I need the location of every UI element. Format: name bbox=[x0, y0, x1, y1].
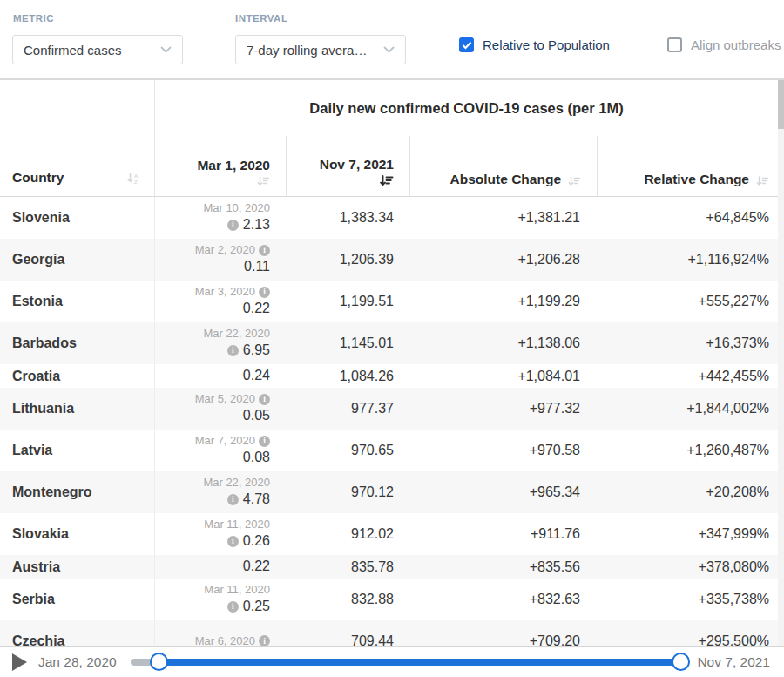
start-value-line: 0.11 bbox=[244, 258, 270, 276]
info-icon[interactable]: i bbox=[259, 394, 270, 405]
interval-dropdown-value: 7-day rolling avera… bbox=[247, 43, 367, 58]
absolute-change-value: +835.56 bbox=[530, 559, 580, 575]
start-value: 4.78 bbox=[243, 491, 270, 509]
absolute-change-header-label: Absolute Change bbox=[450, 172, 561, 187]
start-date-cell: Mar 22, 2020 i 4.78 bbox=[155, 471, 286, 513]
slider-track-selected[interactable] bbox=[157, 659, 682, 666]
interval-dropdown[interactable]: 7-day rolling avera… bbox=[235, 35, 406, 64]
info-icon[interactable]: i bbox=[227, 536, 239, 547]
info-icon[interactable]: i bbox=[259, 436, 270, 447]
sort-desc-icon[interactable] bbox=[568, 175, 581, 187]
relative-change-cell: +1,260,487% bbox=[597, 430, 778, 471]
start-date-header-label: Mar 1, 2020 bbox=[197, 158, 270, 173]
end-value-cell: 1,145.01 bbox=[286, 322, 409, 364]
info-icon[interactable]: i bbox=[227, 601, 239, 613]
start-value: 0.08 bbox=[243, 449, 270, 467]
start-date-line: Mar 6, 2020 i bbox=[195, 634, 270, 646]
relative-change-cell: +347,999% bbox=[597, 513, 778, 555]
table-row: Slovakia Mar 11, 2020 i 0.26 912.02 +911… bbox=[0, 513, 784, 555]
absolute-change-value: +911.76 bbox=[531, 526, 580, 542]
info-icon[interactable]: i bbox=[227, 345, 239, 356]
info-icon[interactable]: i bbox=[259, 245, 270, 256]
end-value: 1,199.51 bbox=[340, 294, 394, 309]
country-name: Slovenia bbox=[0, 197, 155, 239]
column-header-absolute-change[interactable]: Absolute Change bbox=[409, 136, 597, 196]
start-date-text: Mar 7, 2020 bbox=[195, 434, 255, 449]
relative-change-cell: +64,845% bbox=[597, 197, 778, 239]
table-row: Austria 0.22 835.78 +835.56 +378,080% bbox=[0, 555, 784, 579]
end-value: 970.65 bbox=[351, 443, 394, 458]
country-name: Croatia bbox=[0, 364, 155, 388]
relative-change-value: +1,844,002% bbox=[686, 401, 769, 416]
start-value-line: 0.24 bbox=[243, 367, 270, 385]
end-value-cell: 970.12 bbox=[286, 471, 409, 513]
relative-change-cell: +295,500% bbox=[597, 620, 778, 646]
absolute-change-cell: +970.58 bbox=[409, 430, 597, 471]
relative-change-value: +1,260,487% bbox=[686, 443, 769, 458]
column-header-relative-change[interactable]: Relative Change bbox=[597, 136, 778, 196]
column-header-country[interactable]: Country A Z bbox=[0, 80, 155, 197]
start-date-line: Mar 5, 2020 i bbox=[195, 392, 270, 407]
end-value-cell: 970.65 bbox=[286, 430, 409, 471]
column-header-start-date[interactable]: Mar 1, 2020 bbox=[155, 136, 286, 196]
controls-bar: METRIC Confirmed cases INTERVAL 7-day ro… bbox=[0, 0, 784, 80]
sort-desc-icon-active[interactable] bbox=[380, 174, 394, 187]
timeline-slider[interactable] bbox=[131, 653, 682, 672]
sort-desc-icon[interactable] bbox=[257, 175, 270, 187]
relative-change-value: +295,500% bbox=[699, 633, 769, 646]
end-value: 1,383.34 bbox=[340, 210, 394, 226]
svg-text:Z: Z bbox=[134, 179, 138, 185]
table-title: Daily new confirmed COVID-19 cases (per … bbox=[309, 100, 623, 117]
start-date-text: Mar 6, 2020 bbox=[195, 634, 255, 646]
start-date-line: Mar 10, 2020 bbox=[203, 201, 270, 216]
country-name: Georgia bbox=[0, 239, 155, 281]
info-icon[interactable]: i bbox=[259, 635, 270, 646]
start-value: 0.25 bbox=[243, 598, 270, 616]
start-date-line: Mar 11, 2020 bbox=[204, 518, 270, 532]
metric-dropdown[interactable]: Confirmed cases bbox=[12, 35, 183, 64]
checkbox-checked-icon bbox=[459, 37, 474, 52]
start-date-cell: Mar 22, 2020 i 6.95 bbox=[155, 322, 286, 364]
slider-handle-start[interactable] bbox=[150, 653, 168, 671]
relative-change-value: +64,845% bbox=[706, 210, 769, 226]
slider-handle-end[interactable] bbox=[672, 653, 690, 671]
end-value-cell: 832.88 bbox=[286, 579, 409, 620]
start-value-line: i 0.26 bbox=[227, 532, 270, 551]
start-value-line: 0.08 bbox=[243, 449, 270, 467]
metric-dropdown-value: Confirmed cases bbox=[24, 43, 122, 58]
play-icon[interactable] bbox=[12, 653, 27, 671]
sort-az-icon[interactable]: A Z bbox=[126, 172, 140, 186]
end-value: 970.12 bbox=[351, 484, 394, 500]
info-icon[interactable]: i bbox=[227, 494, 239, 505]
chevron-down-icon bbox=[160, 46, 172, 53]
table-row: Georgia Mar 2, 2020 i 0.11 1,206.39 +1,2… bbox=[0, 239, 784, 281]
end-value-cell: 835.78 bbox=[286, 555, 409, 579]
start-date-line: Mar 22, 2020 bbox=[203, 476, 270, 491]
relative-to-population-checkbox[interactable]: Relative to Population bbox=[459, 37, 610, 52]
start-date-line: Mar 7, 2020 i bbox=[195, 434, 270, 449]
relative-change-cell: +442,455% bbox=[597, 364, 778, 388]
align-outbreaks-checkbox[interactable]: Align outbreaks bbox=[667, 37, 781, 52]
absolute-change-cell: +832.63 bbox=[409, 579, 597, 620]
timeline-start-date: Jan 28, 2020 bbox=[38, 654, 117, 670]
sort-desc-icon[interactable] bbox=[756, 175, 769, 187]
start-value-line: i 6.95 bbox=[227, 342, 270, 360]
start-value-line: 0.05 bbox=[243, 407, 270, 425]
column-header-end-date[interactable]: Nov 7, 2021 bbox=[286, 136, 409, 196]
info-icon[interactable]: i bbox=[259, 287, 270, 298]
scrollbar-track[interactable] bbox=[778, 80, 784, 646]
end-value-cell: 912.02 bbox=[286, 513, 409, 555]
start-date-line: Mar 22, 2020 bbox=[203, 327, 270, 342]
start-date-text: Mar 22, 2020 bbox=[203, 476, 270, 491]
scrollbar-thumb[interactable] bbox=[778, 80, 784, 129]
table-row: Barbados Mar 22, 2020 i 6.95 1,145.01 +1… bbox=[0, 322, 784, 364]
checkbox-unchecked-icon bbox=[667, 37, 682, 52]
end-value: 912.02 bbox=[351, 526, 394, 542]
start-date-cell: Mar 11, 2020 i 0.25 bbox=[155, 579, 286, 620]
info-icon[interactable]: i bbox=[227, 220, 239, 231]
country-name: Austria bbox=[0, 555, 155, 579]
absolute-change-value: +1,084.01 bbox=[517, 369, 580, 384]
metric-label: METRIC bbox=[13, 13, 54, 24]
relative-change-cell: +1,116,924% bbox=[597, 239, 778, 281]
relative-change-cell: +378,080% bbox=[597, 555, 778, 579]
